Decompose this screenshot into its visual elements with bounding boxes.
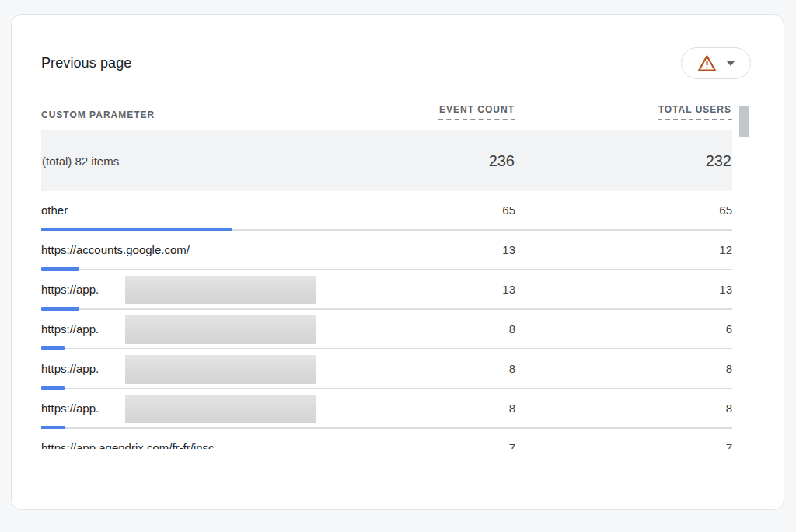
redaction-box: [125, 276, 316, 304]
table-row[interactable]: https://app.agendrix.com/fr-fr/insc 7 7: [41, 429, 732, 449]
row-value-bar: [41, 346, 65, 350]
row-value-bar: [41, 267, 79, 271]
table-row[interactable]: https://app. 13 13: [41, 270, 732, 310]
table-row[interactable]: https://app. 8 8: [41, 389, 732, 429]
row-event-count: 8: [399, 402, 515, 415]
table-row[interactable]: https://app. 8 8: [41, 349, 732, 389]
table-row[interactable]: other 65 65: [41, 191, 732, 231]
table-row[interactable]: https://app. 8 6: [41, 310, 732, 349]
row-total-users: 8: [515, 402, 732, 415]
row-event-count: 7: [399, 441, 515, 449]
vertical-scrollbar-thumb[interactable]: [739, 106, 749, 137]
row-value-bar: [41, 228, 232, 231]
row-event-count: 65: [399, 203, 515, 217]
row-total-users: 65: [515, 203, 732, 217]
table-total-row: (total) 82 items 236 232: [41, 130, 732, 191]
row-param-label: other: [41, 203, 399, 217]
row-total-users: 6: [515, 322, 732, 336]
row-event-count: 8: [399, 362, 515, 375]
page-title: Previous page: [41, 55, 131, 71]
row-value-bar: [41, 307, 79, 311]
row-total-users: 8: [515, 362, 732, 375]
row-value-bar: [41, 386, 65, 390]
previous-page-card: Previous page CUSTOM PARAMETER EVENT COU…: [11, 14, 784, 510]
table-header-row: CUSTOM PARAMETER EVENT COUNT TOTAL USERS: [41, 104, 732, 128]
row-event-count: 13: [399, 283, 515, 296]
column-header-total-users[interactable]: TOTAL USERS: [515, 104, 732, 120]
row-total-users: 12: [515, 243, 732, 256]
table-row[interactable]: https://accounts.google.com/ 13 12: [41, 231, 732, 270]
chevron-down-icon: [727, 61, 735, 66]
row-value-bar: [41, 426, 65, 429]
row-event-count: 8: [399, 322, 515, 336]
row-total-users: 13: [515, 283, 732, 296]
redaction-box: [125, 355, 316, 384]
total-row-label: (total) 82 items: [42, 155, 398, 168]
redaction-box: [125, 395, 316, 423]
column-header-custom-parameter[interactable]: CUSTOM PARAMETER: [41, 110, 399, 120]
data-quality-dropdown-button[interactable]: [681, 47, 751, 79]
card-header: Previous page: [12, 15, 784, 79]
total-event-count: 236: [398, 152, 515, 170]
row-param-label: https://accounts.google.com/: [41, 243, 399, 256]
total-total-users: 232: [515, 152, 731, 170]
redaction-box: [125, 315, 316, 344]
row-param-label: https://app.agendrix.com/fr-fr/insc: [41, 441, 399, 449]
table-body: other 65 65 https://accounts.google.com/…: [41, 191, 732, 449]
warning-triangle-icon: [697, 54, 717, 72]
previous-page-table: CUSTOM PARAMETER EVENT COUNT TOTAL USERS…: [12, 104, 784, 449]
column-header-event-count[interactable]: EVENT COUNT: [399, 104, 515, 120]
row-event-count: 13: [399, 243, 515, 256]
row-total-users: 7: [515, 441, 732, 449]
